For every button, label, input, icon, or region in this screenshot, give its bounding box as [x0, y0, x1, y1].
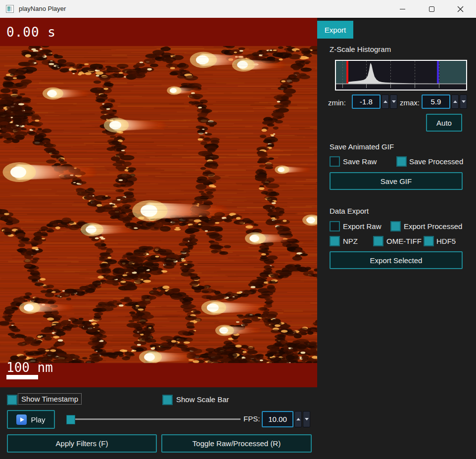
zmax-spinbox[interactable]: 5.9	[422, 94, 467, 109]
zmin-spin-up[interactable]	[381, 94, 389, 109]
frame-slider-track[interactable]	[67, 418, 240, 420]
fps-value[interactable]: 10.00	[262, 411, 293, 427]
close-icon	[457, 6, 464, 12]
auto-label: Auto	[436, 119, 452, 127]
zmin-label: zmin:	[328, 98, 346, 107]
export-selected-label: Export Selected	[370, 256, 423, 265]
export-processed-checkbox[interactable]	[390, 221, 401, 231]
histogram-section-title: Z-Scale Histogram	[330, 45, 391, 53]
tab-export[interactable]: Export	[317, 21, 353, 39]
ome-tiff-checkbox[interactable]	[373, 236, 383, 246]
play-label: Play	[31, 415, 45, 424]
ome-tiff-label[interactable]: OME-TIFF	[386, 237, 422, 245]
titlebar: playNano Player	[0, 0, 476, 18]
maximize-icon	[429, 6, 434, 12]
spin-up-icon	[296, 418, 300, 420]
fps-spinbox[interactable]: 10.00	[262, 411, 310, 427]
spin-down-icon	[462, 100, 466, 103]
export-raw-label[interactable]: Export Raw	[343, 222, 381, 230]
window-title: playNano Player	[19, 5, 66, 12]
show-scale-bar-checkbox[interactable]	[162, 395, 173, 405]
hdf5-checkbox[interactable]	[424, 236, 434, 246]
scale-bar-label: 100 nm	[6, 360, 53, 375]
show-timestamp-label[interactable]: Show Timestamp	[18, 393, 82, 405]
spin-down-icon	[392, 100, 396, 103]
export-selected-button[interactable]: Export Selected	[330, 251, 463, 269]
gif-section-title: Save Animated GIF	[330, 142, 394, 151]
minimize-icon	[400, 9, 405, 9]
zmin-spin-down[interactable]	[390, 94, 397, 109]
zmin-value[interactable]: -1.8	[352, 94, 381, 109]
zmax-value[interactable]: 5.9	[422, 94, 450, 109]
minimize-button[interactable]	[391, 0, 414, 18]
fps-label: FPS:	[243, 414, 260, 423]
zmax-spin-up[interactable]	[451, 94, 459, 109]
data-export-section-title: Data Export	[330, 207, 369, 215]
toggle-raw-processed-button[interactable]: Toggle Raw/Processed (R)	[161, 434, 312, 453]
save-raw-checkbox[interactable]	[330, 156, 340, 167]
maximize-button[interactable]	[420, 0, 443, 18]
close-button[interactable]	[449, 0, 472, 18]
zmin-spinbox[interactable]: -1.8	[352, 94, 397, 109]
fps-spin-up[interactable]	[294, 411, 302, 427]
app-window: playNano Player 0.00 s 100 nm Show Times…	[0, 0, 476, 459]
spin-up-icon	[383, 100, 387, 103]
export-processed-label[interactable]: Export Processed	[404, 222, 462, 230]
npz-label[interactable]: NPZ	[343, 237, 358, 245]
toggle-raw-processed-label: Toggle Raw/Processed (R)	[192, 439, 281, 448]
save-raw-label[interactable]: Save Raw	[343, 157, 377, 166]
histogram-canvas[interactable]	[336, 61, 466, 90]
timestamp-overlay: 0.00 s	[6, 25, 56, 40]
fps-spin-down[interactable]	[303, 411, 310, 427]
zmax-spin-down[interactable]	[460, 94, 467, 109]
hdf5-label[interactable]: HDF5	[436, 237, 456, 245]
show-timestamp-checkbox[interactable]	[7, 395, 17, 405]
spin-down-icon	[305, 418, 309, 420]
scale-bar	[6, 375, 38, 379]
apply-filters-label: Apply Filters (F)	[56, 439, 108, 448]
auto-button[interactable]: Auto	[426, 114, 462, 132]
z-scale-histogram[interactable]	[335, 60, 467, 91]
save-processed-label[interactable]: Save Processed	[409, 157, 463, 166]
afm-image	[0, 46, 317, 363]
show-scale-bar-label[interactable]: Show Scale Bar	[176, 395, 229, 404]
play-button[interactable]: Play	[7, 410, 55, 429]
save-processed-checkbox[interactable]	[396, 156, 407, 167]
zmax-label: zmax:	[400, 98, 420, 107]
save-gif-label: Save GIF	[381, 177, 412, 185]
frame-slider-handle[interactable]	[66, 415, 75, 424]
apply-filters-button[interactable]: Apply Filters (F)	[7, 434, 157, 453]
app-icon	[6, 5, 14, 13]
save-gif-button[interactable]: Save GIF	[330, 172, 463, 190]
export-raw-checkbox[interactable]	[330, 221, 340, 231]
play-icon	[16, 414, 27, 425]
afm-viewer: 0.00 s 100 nm	[0, 18, 317, 387]
export-sidebar: Export Z-Scale Histogram zmin: -1.8 zmax…	[317, 18, 476, 459]
spin-up-icon	[453, 100, 457, 103]
playback-panel: Show Timestamp Show Scale Bar Play FPS: …	[0, 387, 317, 459]
npz-checkbox[interactable]	[330, 236, 340, 246]
